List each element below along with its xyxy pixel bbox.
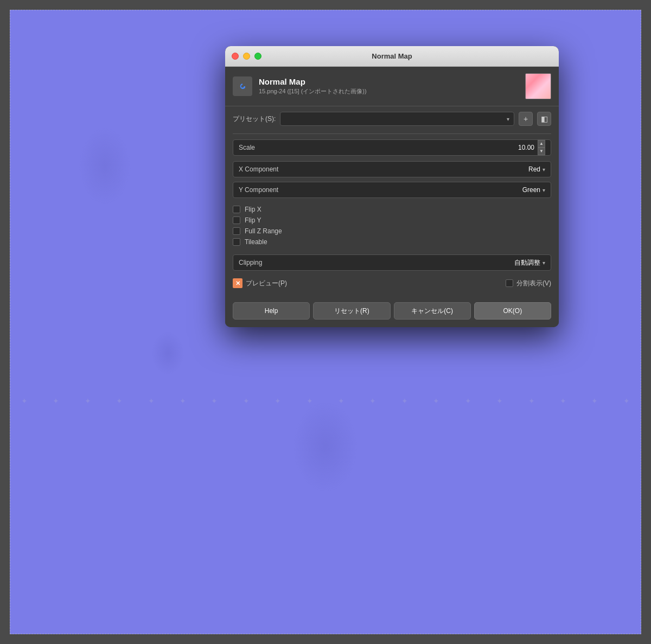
x-component-label: X Component — [239, 165, 528, 173]
checkboxes-area: Flip X Flip Y Full Z Range Tileable — [233, 202, 551, 249]
full-z-range-checkbox[interactable] — [233, 227, 240, 235]
full-z-range-checkbox-row[interactable]: Full Z Range — [233, 227, 551, 235]
divider-1 — [233, 133, 551, 134]
preset-add-button[interactable]: + — [519, 112, 533, 126]
cross-12: ✦ — [369, 397, 376, 405]
chevron-down-icon: ▾ — [507, 116, 509, 122]
tileable-checkbox-row[interactable]: Tileable — [233, 238, 551, 246]
tileable-label: Tileable — [245, 238, 267, 246]
preview-x-button[interactable]: ✕ — [233, 278, 242, 288]
flip-y-checkbox-row[interactable]: Flip Y — [233, 216, 551, 224]
reset-button[interactable]: リセット(R) — [313, 302, 390, 320]
dialog-form: プリセット(S): ▾ + ◧ Scale 10.00 ▲ — [225, 106, 559, 298]
cross-20: ✦ — [623, 397, 630, 405]
flip-x-checkbox-row[interactable]: Flip X — [233, 206, 551, 213]
dialog-header-subtitle: 15.png-24 ([15] (インポートされた画像)) — [259, 87, 519, 95]
flip-x-checkbox[interactable] — [233, 206, 240, 213]
ok-button[interactable]: OK(O) — [474, 302, 551, 320]
cross-13: ✦ — [401, 397, 408, 405]
cross-4: ✦ — [116, 397, 123, 405]
preview-left: ✕ プレビュー(P) — [233, 278, 287, 288]
x-component-row[interactable]: X Component Red ▾ — [233, 161, 551, 177]
scale-spinners: ▲ ▼ — [538, 140, 545, 155]
clipping-row[interactable]: Clipping 自動調整 ▾ — [233, 254, 551, 271]
scale-value: 10.00 — [518, 144, 534, 151]
dialog-title: Normal Map — [372, 52, 412, 60]
flip-y-checkbox[interactable] — [233, 216, 240, 224]
dialog-header: Normal Map 15.png-24 ([15] (インポートされた画像)) — [225, 67, 559, 106]
full-z-range-label: Full Z Range — [245, 227, 282, 235]
clipping-chevron-icon: ▾ — [542, 260, 545, 266]
cross-8: ✦ — [243, 397, 250, 405]
normal-map-dialog: Normal Map Normal Map 15.png-24 ([15] (イ… — [225, 46, 559, 327]
split-view-checkbox[interactable] — [506, 279, 513, 287]
plugin-icon — [233, 76, 252, 96]
image-thumbnail — [525, 73, 551, 99]
preset-row: プリセット(S): ▾ + ◧ — [233, 112, 551, 126]
clipping-label: Clipping — [239, 259, 514, 266]
cross-17: ✦ — [528, 397, 535, 405]
cross-16: ✦ — [496, 397, 503, 405]
minimize-button[interactable] — [243, 53, 250, 60]
close-button[interactable] — [232, 53, 239, 60]
preset-select[interactable]: ▾ — [280, 112, 514, 126]
scale-label: Scale — [239, 144, 518, 151]
cancel-button[interactable]: キャンセル(C) — [394, 302, 471, 320]
cross-6: ✦ — [180, 397, 186, 405]
flip-x-label: Flip X — [245, 206, 261, 213]
scale-down-button[interactable]: ▼ — [538, 148, 545, 155]
traffic-lights — [232, 53, 261, 60]
scale-up-button[interactable]: ▲ — [538, 140, 545, 148]
preset-label: プリセット(S): — [233, 114, 276, 124]
cross-3: ✦ — [85, 397, 91, 405]
dialog-title-bar: Normal Map — [225, 46, 559, 67]
cross-19: ✦ — [591, 397, 598, 405]
cross-11: ✦ — [338, 397, 344, 405]
preview-label: プレビュー(P) — [246, 279, 287, 288]
cross-2: ✦ — [53, 397, 59, 405]
x-component-chevron-icon: ▾ — [542, 167, 545, 173]
cross-1: ✦ — [21, 397, 28, 405]
cross-18: ✦ — [560, 397, 566, 405]
cross-pattern-row: ✦ ✦ ✦ ✦ ✦ ✦ ✦ ✦ ✦ ✦ ✦ ✦ ✦ ✦ ✦ ✦ ✦ ✦ ✦ ✦ — [10, 396, 641, 406]
y-component-label: Y Component — [239, 186, 522, 194]
cross-5: ✦ — [148, 397, 155, 405]
split-view-label: 分割表示(V) — [516, 279, 551, 288]
preview-row: ✕ プレビュー(P) 分割表示(V) — [233, 276, 551, 290]
tileable-checkbox[interactable] — [233, 238, 240, 246]
delete-icon: ◧ — [541, 114, 548, 123]
scale-row: Scale 10.00 ▲ ▼ — [233, 139, 551, 156]
cross-7: ✦ — [211, 397, 218, 405]
g-logo-icon — [236, 80, 249, 93]
y-component-chevron-icon: ▾ — [542, 187, 545, 193]
x-component-value: Red — [528, 165, 540, 173]
preset-delete-button[interactable]: ◧ — [537, 112, 551, 126]
dialog-header-text: Normal Map 15.png-24 ([15] (インポートされた画像)) — [259, 77, 519, 95]
preview-right: 分割表示(V) — [506, 279, 551, 288]
dialog-header-title: Normal Map — [259, 77, 519, 86]
cross-9: ✦ — [275, 397, 281, 405]
clipping-value: 自動調整 — [514, 258, 540, 267]
y-component-row[interactable]: Y Component Green ▾ — [233, 182, 551, 198]
help-button[interactable]: Help — [233, 302, 310, 320]
cross-15: ✦ — [465, 397, 471, 405]
maximize-button[interactable] — [254, 53, 261, 60]
dialog-body: Normal Map 15.png-24 ([15] (インポートされた画像))… — [225, 67, 559, 327]
action-buttons: Help リセット(R) キャンセル(C) OK(O) — [225, 298, 559, 327]
plus-icon: + — [524, 114, 528, 123]
cross-14: ✦ — [433, 397, 439, 405]
y-component-value: Green — [522, 186, 540, 194]
flip-y-label: Flip Y — [245, 216, 261, 224]
cross-10: ✦ — [307, 397, 313, 405]
